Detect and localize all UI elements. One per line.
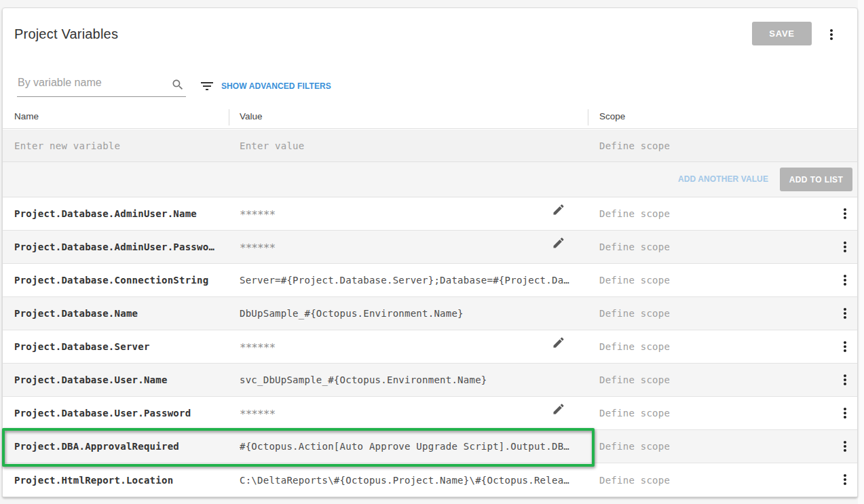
variable-name: Project.Database.Name [14,297,228,330]
variable-name: Project.DBA.ApprovalRequired [14,430,228,463]
row-overflow-menu-icon[interactable] [837,206,853,222]
row-overflow-menu-icon[interactable] [837,338,853,355]
variable-name: Project.Database.Server [14,330,228,363]
new-variable-value-field[interactable]: Enter value [240,130,304,161]
row-overflow-menu-icon[interactable] [837,305,853,322]
row-overflow-menu-icon[interactable] [837,438,853,454]
variable-scope[interactable]: Define scope [599,364,670,396]
search-icon [171,78,185,94]
variable-name: Project.Database.AdminUser.Name [14,197,228,230]
variable-scope[interactable]: Define scope [599,463,670,497]
table-row[interactable]: Project.Database.User.Password ****** De… [3,397,857,430]
variable-value: DbUpSample_#{Octopus.Environment.Name} [240,297,581,330]
table-row[interactable]: Project.DBA.ApprovalRequired #{Octopus.A… [3,430,857,463]
variable-value: C:\DeltaReports\#{Octopus.Project.Name}\… [240,463,581,497]
table-row[interactable]: Project.Database.User.Name svc_DbUpSampl… [3,364,857,397]
new-variable-scope-field[interactable]: Define scope [599,130,670,161]
column-header-value: Value [240,99,263,128]
variable-name: Project.Database.AdminUser.Passwo… [14,231,228,263]
project-variables-card: Project Variables SAVE SHOW ADVANCED FIL… [2,7,858,497]
table-row[interactable]: Project.HtmlReport.Location C:\DeltaRepo… [3,463,857,497]
new-variable-row: Enter new variable Enter value Define sc… [3,130,857,162]
row-overflow-menu-icon[interactable] [837,272,853,288]
edit-pencil-icon[interactable] [552,336,565,352]
variable-value: Server=#{Project.Database.Server};Databa… [240,264,581,296]
edit-pencil-icon[interactable] [552,203,565,219]
variable-value: svc_DbUpSample_#{Octopus.Environment.Nam… [240,364,581,396]
variable-scope[interactable]: Define scope [599,430,670,463]
table-header: Name Value Scope [3,99,857,129]
search-input[interactable] [17,73,186,97]
variable-scope[interactable]: Define scope [599,330,670,363]
variable-scope[interactable]: Define scope [599,197,670,230]
variable-value: ****** [240,397,581,429]
filter-list-icon [199,78,215,97]
variable-scope[interactable]: Define scope [599,231,670,263]
add-another-value-button[interactable]: ADD ANOTHER VALUE [678,174,768,184]
save-button[interactable]: SAVE [752,22,812,45]
overflow-menu-icon[interactable] [823,26,840,43]
page-title: Project Variables [14,26,118,42]
variable-scope[interactable]: Define scope [599,264,670,296]
edit-pencil-icon[interactable] [552,402,565,419]
variable-name: Project.Database.User.Name [14,364,228,396]
page-background-gutter [858,0,864,504]
add-to-list-button[interactable]: ADD TO LIST [780,168,852,191]
show-advanced-filters-link[interactable]: SHOW ADVANCED FILTERS [221,81,331,91]
variable-rows: Project.Database.AdminUser.Name ****** D… [3,197,857,497]
new-variable-actions-row: ADD ANOTHER VALUE ADD TO LIST [3,162,857,197]
variable-value: ****** [240,231,581,263]
table-row[interactable]: Project.Database.ConnectionString Server… [3,264,857,297]
table-row[interactable]: Project.Database.Name DbUpSample_#{Octop… [3,297,857,330]
column-divider [588,109,588,125]
new-variable-name-field[interactable]: Enter new variable [14,130,120,161]
variable-name: Project.Database.ConnectionString [14,264,228,296]
table-row[interactable]: Project.Database.Server ****** Define sc… [3,330,857,364]
edit-pencil-icon[interactable] [552,236,565,252]
column-header-name: Name [14,99,39,128]
table-row[interactable]: Project.Database.AdminUser.Passwo… *****… [3,231,857,264]
search-box [17,73,186,97]
variable-value: #{Octopus.Action[Auto Approve Upgrade Sc… [240,430,581,463]
variable-scope[interactable]: Define scope [599,297,670,330]
row-overflow-menu-icon[interactable] [837,239,853,255]
row-overflow-menu-icon[interactable] [837,471,853,488]
column-divider [229,109,229,125]
variable-name: Project.HtmlReport.Location [14,463,228,497]
variable-scope[interactable]: Define scope [599,397,670,429]
table-row[interactable]: Project.Database.AdminUser.Name ****** D… [3,197,857,231]
variable-value: ****** [240,330,581,363]
variable-name: Project.Database.User.Password [14,397,228,429]
row-overflow-menu-icon[interactable] [837,405,853,421]
column-header-scope: Scope [599,99,625,128]
row-overflow-menu-icon[interactable] [837,372,853,388]
variable-value: ****** [240,197,581,230]
